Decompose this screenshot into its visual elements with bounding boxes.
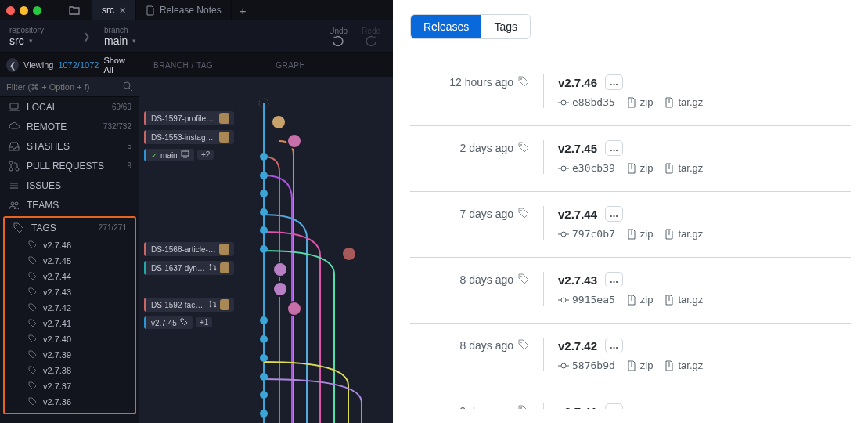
sidebar-section-issues[interactable]: ISSUES (0, 175, 139, 195)
close-icon[interactable]: ✕ (119, 5, 126, 16)
window-controls[interactable] (6, 6, 41, 15)
zoom-window-icon[interactable] (33, 6, 41, 15)
minimize-window-icon[interactable] (20, 6, 28, 15)
search-icon[interactable] (123, 81, 133, 92)
show-all-link[interactable]: Show All (103, 56, 133, 74)
release-name[interactable]: v2.7.45 (558, 142, 597, 155)
release-menu-button[interactable]: ... (605, 140, 623, 156)
download-zip[interactable]: zip (626, 228, 654, 240)
svg-point-13 (210, 301, 212, 303)
branch-dropdown[interactable]: branch main▾ (95, 23, 146, 50)
more-refs-badge[interactable]: +1 (196, 317, 212, 327)
branch-ref-label[interactable]: DS-1568-article-ch... (144, 242, 234, 256)
branch-ref-label[interactable]: ✓main (144, 149, 194, 161)
download-targz[interactable]: tar.gz (664, 96, 703, 108)
release-menu-button[interactable]: ... (605, 74, 623, 90)
release-name[interactable]: v2.7.44 (558, 208, 597, 221)
tag-label: v2.7.43 (43, 287, 71, 297)
download-targz[interactable]: tar.gz (664, 360, 703, 371)
download-targz[interactable]: tar.gz (664, 294, 703, 306)
commit-sha[interactable]: e30cb39 (558, 162, 615, 174)
new-tab-button[interactable]: + (232, 4, 254, 17)
avatar (286, 133, 302, 149)
filter-row (0, 77, 139, 97)
branch-ref-label[interactable]: DS-1592-faculty-... (144, 298, 234, 312)
tab-repo-list[interactable] (57, 0, 92, 20)
release-name[interactable]: v2.7.42 (558, 339, 597, 352)
release-name[interactable]: v2.7.41 (558, 405, 597, 410)
download-zip[interactable]: zip (626, 162, 654, 174)
tag-item[interactable]: v2.7.41 (5, 316, 135, 331)
tag-item[interactable]: v2.7.36 (5, 394, 135, 410)
release-name[interactable]: v2.7.43 (558, 273, 597, 287)
filter-input[interactable] (6, 82, 123, 92)
tag-icon (518, 339, 529, 350)
tab-releases[interactable]: Releases (411, 15, 481, 38)
sidebar-section-local[interactable]: LOCAL69/69 (0, 97, 139, 117)
release-menu-button[interactable]: ... (605, 338, 623, 353)
sidebar-section-stashes[interactable]: STASHES5 (0, 136, 139, 156)
tag-item[interactable]: v2.7.40 (5, 331, 135, 347)
sidebar-section-tags[interactable]: TAGS 271/271 (5, 218, 135, 237)
sidebar-section-remote[interactable]: REMOTE732/732 (0, 117, 139, 136)
release-name[interactable]: v2.7.46 (558, 76, 597, 89)
tab-src[interactable]: src ✕ (92, 0, 136, 20)
avatar-badge (219, 113, 229, 124)
tag-item[interactable]: v2.7.37 (5, 378, 135, 394)
cloud-icon (8, 122, 20, 131)
tag-ref-label[interactable]: v2.7.45 (144, 316, 193, 329)
ref-name: DS-1597-profile-ca... (151, 114, 216, 123)
sidebar-section-teams[interactable]: TEAMS (0, 195, 139, 215)
sidebar: LOCAL69/69REMOTE732/732STASHES5PULL REQU… (0, 97, 139, 423)
tag-item[interactable]: v2.7.39 (5, 347, 135, 363)
branch-ref-label[interactable]: DS-1553-instagra... (144, 130, 234, 144)
close-window-icon[interactable] (6, 6, 15, 15)
commit-sha[interactable]: 9915ea5 (558, 294, 615, 306)
tag-item[interactable]: v2.7.45 (5, 253, 135, 269)
back-button[interactable]: ❮ (6, 58, 19, 72)
release-menu-button[interactable]: ... (605, 403, 623, 409)
commit-graph[interactable]: DS-1597-profile-ca...DS-1553-instagra...… (139, 97, 393, 423)
release-menu-button[interactable]: ... (605, 272, 623, 287)
tag-icon (28, 381, 37, 392)
sidebar-section-pull-requests[interactable]: PULL REQUESTS9 (0, 156, 139, 175)
tag-item[interactable]: v2.7.46 (5, 237, 135, 253)
commit-list-header: ❮ Viewing 1072/1072 Show All BRANCH / TA… (0, 53, 393, 77)
commit-sha[interactable]: 5876b9d (558, 360, 615, 371)
tag-icon (518, 208, 529, 219)
tag-label: v2.7.41 (43, 319, 71, 328)
undo-button[interactable]: Undo (329, 27, 348, 46)
releases-page: Releases Tags 12 hours agov2.7.46...e88b… (393, 0, 868, 423)
tag-icon (518, 76, 529, 87)
commit-sha[interactable]: e88bd35 (558, 96, 615, 108)
branch-ref-label[interactable]: DS-1637-dynam... (144, 261, 234, 275)
download-targz[interactable]: tar.gz (664, 228, 703, 240)
download-zip[interactable]: zip (626, 360, 654, 371)
release-timestamp: 9 days ago (410, 405, 543, 409)
chevron-right-icon[interactable]: ❯ (78, 31, 95, 42)
redo-button[interactable]: Redo (362, 27, 380, 46)
tab-tags[interactable]: Tags (481, 15, 530, 38)
git-client-window: src ✕ Release Notes + repository src▾ ❯ … (0, 0, 393, 423)
download-zip[interactable]: zip (626, 294, 654, 306)
undo-icon (332, 35, 344, 46)
download-targz[interactable]: tar.gz (664, 162, 703, 174)
tabnav: Releases Tags (410, 14, 531, 39)
tag-item[interactable]: v2.7.44 (5, 269, 135, 284)
more-refs-badge[interactable]: +2 (197, 150, 214, 160)
main-area: LOCAL69/69REMOTE732/732STASHES5PULL REQU… (0, 97, 393, 423)
tag-item[interactable]: v2.7.42 (5, 300, 135, 316)
chevron-down-icon: ▾ (132, 37, 136, 45)
repository-dropdown[interactable]: repository src▾ (0, 23, 78, 50)
branch-ref-label[interactable]: DS-1597-profile-ca... (144, 111, 234, 125)
ref-name: DS-1637-dynam... (151, 264, 206, 273)
svg-point-7 (16, 225, 17, 226)
tag-item[interactable]: v2.7.43 (5, 284, 135, 300)
tag-item[interactable]: v2.7.38 (5, 363, 135, 378)
release-menu-button[interactable]: ... (605, 206, 623, 222)
download-zip[interactable]: zip (626, 96, 654, 108)
svg-point-2 (9, 161, 13, 164)
ref-name: main (160, 151, 178, 160)
commit-sha[interactable]: 797c0b7 (558, 228, 615, 240)
tab-release-notes[interactable]: Release Notes (136, 0, 232, 20)
